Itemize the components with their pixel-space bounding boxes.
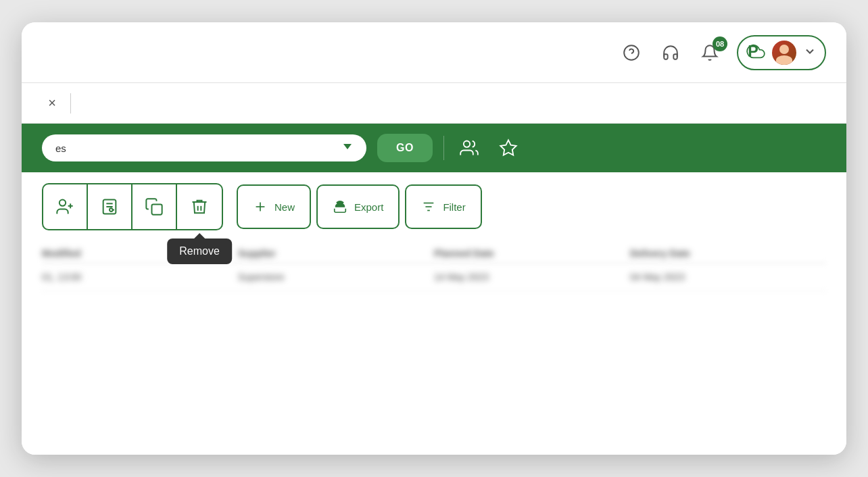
help-icon[interactable] (619, 41, 644, 65)
support-icon[interactable] (658, 41, 683, 65)
filter-button[interactable]: Filter (405, 184, 481, 229)
col-header-delivery: Delivery Date (630, 248, 826, 259)
notification-wrapper: 08 (698, 41, 722, 65)
svg-point-0 (624, 45, 639, 60)
svg-point-4 (464, 141, 470, 147)
search-divider (70, 93, 71, 114)
svg-marker-5 (500, 140, 516, 155)
user-profile[interactable]: P (737, 35, 826, 70)
table-area: Modified Supplier Planned Date Delivery … (22, 241, 846, 455)
cell-supplier: Superstore (238, 272, 434, 282)
avatar (772, 41, 796, 65)
view-details-button[interactable] (88, 184, 132, 229)
delete-button[interactable]: Remove (177, 184, 222, 229)
search-area: × (22, 83, 846, 124)
notification-badge: 08 (713, 36, 727, 51)
tooltip-remove: Remove (167, 238, 232, 264)
dropdown-arrow-icon (342, 141, 353, 155)
go-button[interactable]: GO (377, 134, 433, 162)
green-toolbar: es GO (22, 124, 846, 172)
search-input[interactable] (79, 97, 826, 109)
copy-button[interactable] (132, 184, 177, 229)
table-row: 01, 13:00 Superstore 14 May 2023 04 May … (42, 263, 826, 291)
toolbar-divider (443, 136, 444, 160)
action-text-group: New Export Filter (237, 184, 487, 229)
header-icons: 08 P (619, 35, 826, 70)
user-cloud-icon: P (746, 42, 765, 64)
col-header-planned: Planned Date (434, 248, 630, 259)
new-button[interactable]: New (237, 184, 311, 229)
cell-planned: 14 May 2023 (434, 272, 630, 282)
chevron-down-icon (803, 45, 817, 61)
add-user-button[interactable] (43, 184, 88, 229)
header: 08 P (22, 22, 846, 83)
cell-delivery: 04 May 2023 (630, 272, 826, 282)
actions-toolbar: Remove New Export (22, 172, 846, 241)
col-header-supplier: Supplier (238, 248, 434, 259)
star-icon[interactable] (494, 134, 523, 162)
svg-point-12 (110, 208, 113, 211)
action-icon-group: Remove (42, 183, 223, 230)
table-header: Modified Supplier Planned Date Delivery … (42, 241, 826, 263)
dropdown-text: es (55, 143, 66, 154)
cell-modified: 01, 13:00 (42, 272, 238, 282)
export-button[interactable]: Export (316, 184, 400, 229)
svg-rect-13 (152, 205, 162, 215)
svg-point-6 (59, 200, 66, 206)
group-icon[interactable] (455, 134, 483, 162)
svg-marker-3 (343, 144, 352, 149)
dropdown-select[interactable]: es (42, 134, 366, 161)
close-button[interactable]: × (42, 93, 62, 114)
